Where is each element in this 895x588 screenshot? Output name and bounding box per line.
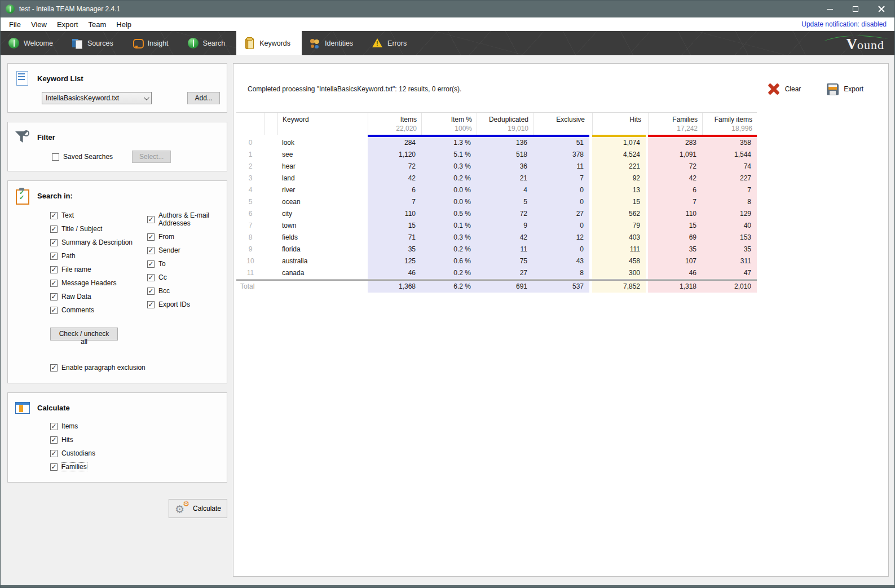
search-in-cc-checkbox[interactable]: ✓Cc: [147, 273, 220, 281]
documents-icon: [72, 38, 83, 48]
tab-search[interactable]: Search: [180, 31, 237, 55]
check-uncheck-all-button[interactable]: Check / uncheck all: [50, 328, 118, 341]
search-in-title-subject-checkbox[interactable]: ✓Title / Subject: [50, 225, 147, 233]
checkbox-box: ✓: [147, 233, 155, 241]
export-button[interactable]: Export: [825, 81, 866, 98]
tab-label: Search: [203, 39, 226, 47]
table-row[interactable]: 7town150.1 %90791540: [236, 220, 757, 232]
calculate-hits-checkbox[interactable]: ✓Hits: [50, 436, 220, 444]
search-in-right-column: ✓Authors & E-mail Addresses✓From✓Sender✓…: [147, 211, 220, 314]
close-button[interactable]: [868, 1, 894, 17]
sidebar: Keyword List IntellaBasicsKeyword.txt Ad…: [7, 63, 227, 585]
table-row[interactable]: 4river60.0 %401367: [236, 184, 757, 196]
tab-label: Errors: [387, 39, 407, 47]
tab-welcome[interactable]: Welcome: [1, 31, 64, 55]
calculate-button[interactable]: ⚙⚙ Calculate: [169, 499, 227, 518]
search-in-title: Search in:: [37, 192, 73, 200]
clear-label: Clear: [785, 85, 801, 93]
table-row[interactable]: 3land420.2 %2179242227: [236, 173, 757, 184]
menu-file[interactable]: File: [4, 19, 26, 30]
checkbox-label: Summary & Description: [61, 238, 133, 246]
saved-searches-checkbox[interactable]: Saved Searches: [52, 153, 113, 161]
table-row[interactable]: 2hear720.3 %36112217274: [236, 161, 757, 173]
maximize-button[interactable]: [843, 1, 868, 17]
select-saved-searches-button[interactable]: Select...: [132, 151, 171, 163]
minimize-button[interactable]: [817, 1, 843, 17]
calculate-title: Calculate: [37, 404, 70, 412]
search-in-raw-data-checkbox[interactable]: ✓Raw Data: [50, 293, 147, 300]
total-items: 1,368: [368, 281, 421, 293]
table-row[interactable]: 0look2841.3 %136511,074283358: [236, 137, 757, 149]
checkbox-box: ✓: [50, 364, 58, 372]
calculate-custodians-checkbox[interactable]: ✓Custodians: [50, 449, 220, 457]
tab-sources[interactable]: Sources: [64, 31, 125, 55]
checkbox-box: ✓: [50, 226, 58, 233]
header-families[interactable]: Families17,242: [648, 113, 702, 135]
checkbox-box: ✓: [50, 280, 58, 287]
search-in-summary-description-checkbox[interactable]: ✓Summary & Description: [50, 238, 147, 246]
checkbox-box: ✓: [50, 293, 58, 300]
search-in-authors-e-mail-addresses-checkbox[interactable]: ✓Authors & E-mail Addresses: [147, 211, 220, 227]
filter-panel: Filter Saved Searches Select...: [7, 122, 227, 171]
total-item-pct: 6.2 %: [421, 281, 477, 293]
checkbox-label: Message Headers: [61, 279, 116, 287]
keyword-file-select[interactable]: IntellaBasicsKeyword.txt: [42, 92, 152, 104]
tab-errors[interactable]: Errors: [364, 31, 418, 55]
search-in-sender-checkbox[interactable]: ✓Sender: [147, 246, 220, 254]
minimize-icon: [827, 9, 833, 10]
calculate-items-checkbox[interactable]: ✓Items: [50, 422, 220, 430]
update-notification-link[interactable]: Update notification: disabled: [801, 20, 891, 28]
search-in-from-checkbox[interactable]: ✓From: [147, 233, 220, 241]
header-hits[interactable]: Hits: [592, 113, 646, 135]
vound-swoosh: [822, 33, 890, 43]
intella-ball-icon: [8, 38, 19, 48]
calculate-button-label: Calculate: [193, 505, 221, 512]
tab-keywords[interactable]: Keywords: [236, 31, 302, 55]
search-in-export-ids-checkbox[interactable]: ✓Export IDs: [147, 300, 220, 308]
checkbox-label: Sender: [158, 246, 180, 254]
table-row[interactable]: 10australia1250.6 %7543458107311: [236, 255, 757, 267]
header-items[interactable]: Items22,020: [368, 113, 421, 135]
total-exclusive: 537: [533, 281, 589, 293]
tab-identities[interactable]: Identities: [302, 31, 364, 55]
checkbox-box: ✓: [147, 274, 155, 281]
results-header: Completed processing "IntellaBasicsKeywo…: [233, 64, 888, 100]
menu-help[interactable]: Help: [111, 19, 136, 30]
menu-team[interactable]: Team: [83, 19, 111, 30]
search-in-bcc-checkbox[interactable]: ✓Bcc: [147, 287, 220, 295]
checkbox-label: Authors & E-mail Addresses: [158, 211, 220, 227]
total-family-items: 2,010: [702, 281, 757, 293]
table-row[interactable]: 9florida350.2 %1101113535: [236, 244, 757, 255]
search-in-text-checkbox[interactable]: ✓Text: [50, 211, 147, 219]
app-icon: [6, 5, 15, 14]
checkbox-label: Raw Data: [61, 293, 91, 300]
table-row[interactable]: 11canada460.2 %2783004647: [236, 267, 757, 279]
clear-button[interactable]: Clear: [765, 81, 804, 98]
header-item-pct[interactable]: Item %100%: [421, 113, 477, 135]
table-row[interactable]: 1see1,1205.1 %5183784,5241,0911,544: [236, 149, 757, 161]
search-in-comments-checkbox[interactable]: ✓Comments: [50, 306, 147, 314]
search-in-message-headers-checkbox[interactable]: ✓Message Headers: [50, 279, 147, 287]
total-label: Total: [236, 281, 264, 293]
header-deduplicated[interactable]: Deduplicated19,010: [477, 113, 533, 135]
tab-insight[interactable]: Insight: [125, 31, 180, 55]
table-row[interactable]: 5ocean70.0 %501578: [236, 196, 757, 208]
search-in-path-checkbox[interactable]: ✓Path: [50, 252, 147, 260]
header-exclusive[interactable]: Exclusive: [533, 113, 589, 135]
menubar: File View Export Team Help Update notifi…: [1, 17, 894, 31]
table-row[interactable]: 8fields710.3 %421240369153: [236, 232, 757, 244]
results-panel: Completed processing "IntellaBasicsKeywo…: [233, 63, 889, 577]
header-family-items[interactable]: Family items18,996: [702, 113, 757, 135]
menu-view[interactable]: View: [26, 19, 52, 30]
search-in-to-checkbox[interactable]: ✓To: [147, 260, 220, 268]
checkbox-label: Bcc: [158, 287, 170, 295]
table-row[interactable]: 6city1100.5 %7227562110129: [236, 208, 757, 220]
calculate-families-checkbox[interactable]: ✓Families: [50, 463, 220, 471]
menu-export[interactable]: Export: [52, 19, 83, 30]
floppy-disk-icon: [827, 83, 839, 95]
add-keyword-list-button[interactable]: Add...: [187, 92, 220, 104]
header-keyword[interactable]: Keyword: [277, 113, 368, 135]
paragraph-exclusion-checkbox[interactable]: ✓ Enable paragraph exclusion: [50, 364, 220, 372]
tab-label: Keywords: [259, 39, 290, 47]
search-in-file-name-checkbox[interactable]: ✓File name: [50, 266, 147, 273]
